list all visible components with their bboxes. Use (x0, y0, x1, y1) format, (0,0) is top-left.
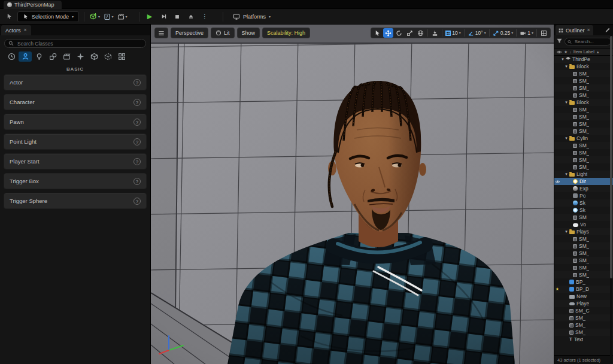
rotation-snap-button[interactable]: 10° ▾ (466, 28, 487, 38)
expander-arrow-icon[interactable]: ▾ (560, 57, 565, 62)
outliner-row[interactable]: SM_ (554, 314, 613, 321)
outliner-row[interactable]: SM_ (554, 271, 613, 278)
outliner-row[interactable]: New (554, 293, 613, 300)
viewport-canvas[interactable] (151, 25, 554, 364)
outliner-row[interactable]: Sk (554, 207, 613, 214)
outliner-row[interactable]: SM_ (554, 77, 613, 84)
outliner-search-box[interactable] (565, 38, 611, 46)
outliner-row[interactable]: Sk (554, 199, 613, 207)
category-shapes-icon[interactable] (46, 51, 59, 62)
play-button[interactable]: ▶ (144, 11, 155, 22)
outliner-row[interactable]: SM_ (554, 264, 613, 271)
actor-drag-handle-icon[interactable]: ? (133, 178, 141, 185)
close-icon[interactable]: × (24, 28, 27, 33)
frame-skip-button[interactable] (158, 11, 169, 22)
expander-arrow-icon[interactable]: ▾ (564, 229, 569, 234)
category-cinematic-icon[interactable] (60, 51, 73, 62)
category-recently-placed-icon[interactable] (5, 51, 18, 62)
outliner-row[interactable]: SM_ (554, 329, 613, 336)
world-space-button[interactable] (415, 28, 426, 38)
eject-button[interactable] (186, 11, 196, 22)
actor-drag-handle-icon[interactable]: ? (133, 119, 141, 126)
place-actor-item[interactable]: Actor? (4, 74, 147, 90)
scale-tool-button[interactable] (405, 28, 415, 38)
outliner-row[interactable]: ★BP_D (554, 286, 613, 293)
actor-drag-handle-icon[interactable]: ? (133, 79, 141, 86)
actor-drag-handle-icon[interactable]: ? (133, 138, 141, 145)
actor-drag-handle-icon[interactable]: ? (133, 198, 141, 205)
category-geometry-icon[interactable] (87, 51, 101, 62)
outliner-row[interactable]: SM_C (554, 307, 613, 314)
actor-drag-handle-icon[interactable]: ? (133, 99, 141, 106)
outliner-row[interactable]: SM_ (554, 84, 613, 92)
place-actor-item[interactable]: Pawn? (4, 114, 147, 130)
favorite-star-icon[interactable]: ★ (554, 287, 560, 292)
outliner-row[interactable]: SM_ (554, 128, 613, 135)
outliner-row[interactable]: BP_ (554, 278, 613, 286)
place-actor-item[interactable]: Player Start? (4, 153, 147, 169)
category-volumes-icon[interactable] (101, 51, 114, 62)
outliner-row[interactable]: Vo (554, 221, 613, 228)
outliner-row[interactable]: SM_ (554, 149, 613, 156)
outliner-row[interactable]: ▾Block (554, 63, 613, 70)
outliner-column-header[interactable]: ★ ↓ Item Label ▲ (554, 48, 613, 56)
outliner-row[interactable]: ▾Light (554, 171, 613, 178)
outliner-row[interactable]: Dir (554, 178, 613, 185)
rotate-tool-button[interactable] (394, 28, 404, 38)
outliner-row[interactable]: TText (554, 336, 613, 343)
place-actor-item[interactable]: Trigger Box? (4, 173, 147, 189)
visibility-eye-icon[interactable] (554, 180, 560, 184)
editor-modes-icon[interactable] (4, 11, 14, 22)
outliner-row[interactable]: SM_ (554, 92, 613, 99)
place-actor-item[interactable]: Character? (4, 94, 147, 110)
perspective-dropdown[interactable]: Perspective (171, 28, 208, 38)
outliner-row[interactable]: SM_ (554, 250, 613, 257)
expander-arrow-icon[interactable]: ▾ (564, 64, 569, 69)
outliner-row[interactable]: SM_ (554, 163, 613, 171)
outliner-row[interactable]: Playe (554, 300, 613, 307)
blueprints-button[interactable]: ▾ (103, 11, 114, 22)
place-actor-item[interactable]: Trigger Sphere? (4, 193, 147, 209)
outliner-row[interactable]: SM (554, 214, 613, 221)
category-basic-icon[interactable] (19, 51, 32, 62)
close-icon[interactable]: × (587, 28, 590, 33)
category-visual-effects-icon[interactable] (74, 51, 87, 62)
outliner-row[interactable]: ▾Cylin (554, 135, 613, 142)
level-viewport[interactable]: Perspective Lit Show Scalability: High (151, 25, 554, 364)
tab-outliner[interactable]: Outliner × (556, 25, 593, 35)
maximize-viewport-button[interactable] (539, 28, 549, 38)
select-tool-button[interactable] (372, 28, 383, 38)
actor-drag-handle-icon[interactable]: ? (133, 158, 141, 165)
outliner-row[interactable]: Po (554, 192, 613, 199)
outliner-row[interactable]: ▾Plays (554, 228, 613, 235)
expander-arrow-icon[interactable]: ▾ (564, 136, 569, 141)
category-all-classes-icon[interactable] (115, 51, 128, 62)
viewport-options-button[interactable] (154, 28, 168, 38)
move-tool-button[interactable] (383, 28, 393, 38)
camera-speed-button[interactable]: 1 ▾ (518, 28, 535, 38)
grid-snap-button[interactable]: 10 ▾ (444, 28, 462, 38)
outliner-search-input[interactable] (573, 38, 608, 45)
outliner-row[interactable]: Exp (554, 185, 613, 192)
view-mode-dropdown[interactable]: Lit (211, 28, 235, 38)
quick-add-button[interactable]: ▾ (89, 11, 100, 22)
outliner-scrollbar[interactable] (610, 26, 612, 363)
play-options-button[interactable]: ⋮ (199, 11, 210, 22)
surface-snap-button[interactable] (430, 28, 440, 38)
scrollbar-thumb[interactable] (610, 36, 612, 278)
outliner-filter-button[interactable] (556, 37, 563, 46)
outliner-row[interactable]: SM_ (554, 142, 613, 149)
place-actor-item[interactable]: Point Light? (4, 134, 147, 150)
outliner-row[interactable]: SM_ (554, 321, 613, 329)
scale-snap-button[interactable]: 0.25 ▾ (491, 28, 515, 38)
stop-button[interactable] (172, 11, 183, 22)
platforms-dropdown[interactable]: Platforms ▾ (228, 11, 275, 22)
outliner-row[interactable]: SM_ (554, 257, 613, 264)
level-tab[interactable]: ThirdPersonMap (4, 1, 62, 9)
outliner-row[interactable]: ▾Block (554, 99, 613, 106)
outliner-row[interactable]: SM_ (554, 113, 613, 120)
category-lights-icon[interactable] (32, 51, 45, 62)
outliner-row[interactable]: SM_ (554, 70, 613, 77)
selection-mode-dropdown[interactable]: Selection Mode ▾ (17, 11, 79, 22)
outliner-row[interactable]: SM_ (554, 106, 613, 113)
